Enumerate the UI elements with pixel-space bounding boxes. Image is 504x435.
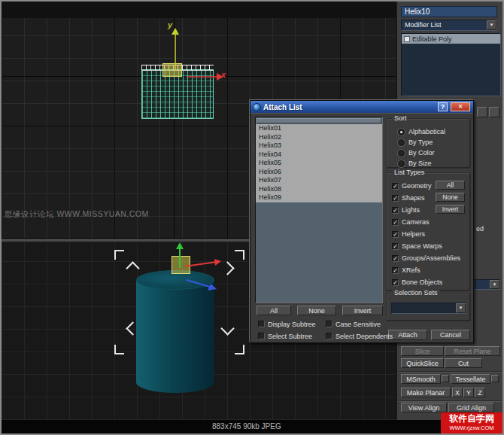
attach-list-item[interactable]: Helix09 <box>256 193 382 202</box>
checkbox-icon[interactable]: ✓ <box>392 219 399 226</box>
slice-button[interactable]: Slice <box>401 346 444 356</box>
chevron-down-icon[interactable]: ▼ <box>456 303 466 313</box>
selection-sets-dropdown[interactable]: ▼ <box>391 303 466 314</box>
sort-option-alphabetical[interactable]: Alphabetical <box>387 126 470 137</box>
option-label: Case Sensitive <box>335 321 381 328</box>
chevron-down-icon[interactable]: ▼ <box>490 280 499 289</box>
modifier-list-label: Modifier List <box>402 20 487 30</box>
checkbox-icon[interactable] <box>258 321 265 327</box>
invert-filter-button[interactable]: Invert <box>436 205 465 214</box>
grid-align-button[interactable]: Grid Align <box>448 403 494 412</box>
quickslice-button[interactable]: QuickSlice <box>401 358 444 368</box>
all-filter-button[interactable]: All <box>436 181 465 190</box>
list-type-bone-objects[interactable]: ✓Bone Objects <box>387 276 470 288</box>
list-type-label: Shapes <box>402 194 425 202</box>
cancel-button[interactable]: Cancel <box>431 330 470 340</box>
attach-list-dialog: Attach List ? ✕ Helix01Helix02Helix03Hel… <box>250 100 474 343</box>
option-display-subtree[interactable]: Display Subtree <box>258 320 316 328</box>
invert-selection-button[interactable]: Invert <box>342 306 383 315</box>
radio-icon[interactable] <box>398 150 405 157</box>
selection-bracket <box>114 250 124 260</box>
object-list[interactable]: Helix01Helix02Helix03Helix04Helix05Helix… <box>255 117 383 303</box>
attach-list-item[interactable]: Helix02 <box>256 133 382 142</box>
option-case-sensitive[interactable]: Case Sensitive <box>326 320 381 328</box>
checkbox-icon[interactable]: ✓ <box>392 243 399 250</box>
y-axis-label: y <box>168 20 172 29</box>
attach-list-item[interactable]: Helix06 <box>256 168 382 177</box>
list-type-label: XRefs <box>402 266 421 274</box>
sort-option-by-size[interactable]: By Size <box>387 158 470 169</box>
msmooth-settings-button[interactable] <box>442 375 449 382</box>
option-select-subtree[interactable]: Select Subtree <box>258 332 312 340</box>
tessellate-button[interactable]: Tessellate <box>451 374 490 384</box>
attach-list-item[interactable]: Helix03 <box>256 141 382 151</box>
checkbox-icon[interactable]: ✓ <box>392 231 399 238</box>
none-selection-button[interactable]: None <box>297 306 336 315</box>
list-type-label: Lights <box>402 206 420 214</box>
cut-button[interactable]: Cut <box>445 358 482 368</box>
none-filter-button[interactable]: None <box>436 193 465 202</box>
3dsmax-window: y x 思缘设计论坛 WWW.MISSYUAN.COM Helix10 Modi… <box>0 0 504 435</box>
option-label: Select Dependents <box>335 333 393 340</box>
all-selection-button[interactable]: All <box>257 306 291 315</box>
selection-bracket <box>235 250 244 260</box>
checkbox-icon[interactable]: ✓ <box>392 207 399 214</box>
list-type-label: Geometry <box>402 182 432 190</box>
reset-plane-button[interactable]: Reset Plane <box>445 346 500 356</box>
chevron-down-icon[interactable]: ▼ <box>487 20 496 30</box>
checkbox-icon[interactable]: ✓ <box>392 255 399 262</box>
dialog-body: Helix01Helix02Helix03Helix04Helix05Helix… <box>251 113 472 342</box>
radio-icon[interactable] <box>398 129 405 135</box>
panel-dropdown[interactable]: ▼ <box>475 279 500 290</box>
selection-bracket <box>114 345 124 354</box>
checkbox-icon[interactable] <box>258 333 265 339</box>
checkbox-icon[interactable]: ✓ <box>392 267 399 274</box>
attach-button[interactable]: Attach <box>388 330 427 340</box>
list-types-group-label: List Types <box>392 169 427 176</box>
attach-list-item[interactable]: Helix07 <box>256 176 382 185</box>
dialog-title: Attach List <box>263 103 302 111</box>
stack-tool-button[interactable] <box>489 107 499 117</box>
attach-list-item[interactable]: Helix05 <box>256 159 382 168</box>
stack-item-label: Editable Poly <box>412 35 452 44</box>
modifier-stack[interactable]: Editable Poly <box>401 33 501 96</box>
dialog-titlebar[interactable]: Attach List ? ✕ <box>250 101 473 113</box>
checkbox-icon[interactable]: ✓ <box>392 279 399 286</box>
sort-option-by-type[interactable]: By Type <box>387 137 470 148</box>
watermark-missyuan: 思缘设计论坛 WWW.MISSYUAN.COM <box>5 209 149 220</box>
panel-separator <box>399 371 502 373</box>
view-align-button[interactable]: View Align <box>401 403 447 412</box>
z-button[interactable]: Z <box>475 388 485 397</box>
checkbox-icon[interactable] <box>326 321 332 327</box>
modifier-list-dropdown[interactable]: Modifier List ▼ <box>401 20 497 31</box>
radio-icon[interactable] <box>398 160 405 167</box>
attach-list-item[interactable]: Helix08 <box>256 185 382 194</box>
help-button[interactable]: ? <box>438 102 448 111</box>
modifier-icon <box>404 36 410 42</box>
tessellate-settings-button[interactable] <box>491 375 499 382</box>
make-planar-button[interactable]: Make Planar <box>401 388 451 397</box>
radio-icon[interactable] <box>398 139 405 146</box>
list-type-cameras[interactable]: ✓Cameras <box>387 216 470 228</box>
x-button[interactable]: X <box>452 388 463 397</box>
option-select-dependents[interactable]: Select Dependents <box>326 332 393 340</box>
sort-option-by-color[interactable]: By Color <box>387 148 470 158</box>
close-icon[interactable]: ✕ <box>451 102 470 111</box>
list-type-groups-assemblies[interactable]: ✓Groups/Assemblies <box>387 252 470 264</box>
attach-list-item[interactable]: Helix01 <box>256 124 382 133</box>
option-label: Select Subtree <box>268 333 312 340</box>
checkbox-icon[interactable]: ✓ <box>392 183 399 190</box>
sort-group: Sort AlphabeticalBy TypeBy ColorBy Size <box>386 118 471 169</box>
list-type-space-warps[interactable]: ✓Space Warps <box>387 240 470 252</box>
attach-list-item[interactable]: Helix04 <box>256 151 382 160</box>
list-type-helpers[interactable]: ✓Helpers <box>387 228 470 240</box>
checkbox-icon[interactable]: ✓ <box>392 195 399 202</box>
stack-item-editable-poly[interactable]: Editable Poly <box>402 34 500 44</box>
y-button[interactable]: Y <box>463 388 474 397</box>
msmooth-button[interactable]: MSmooth <box>401 374 441 384</box>
checkbox-icon[interactable] <box>326 333 332 339</box>
list-type-label: Cameras <box>402 218 430 226</box>
stack-tool-button[interactable] <box>477 107 487 117</box>
list-type-xrefs[interactable]: ✓XRefs <box>387 264 470 276</box>
object-name-field[interactable]: Helix10 <box>401 6 497 17</box>
